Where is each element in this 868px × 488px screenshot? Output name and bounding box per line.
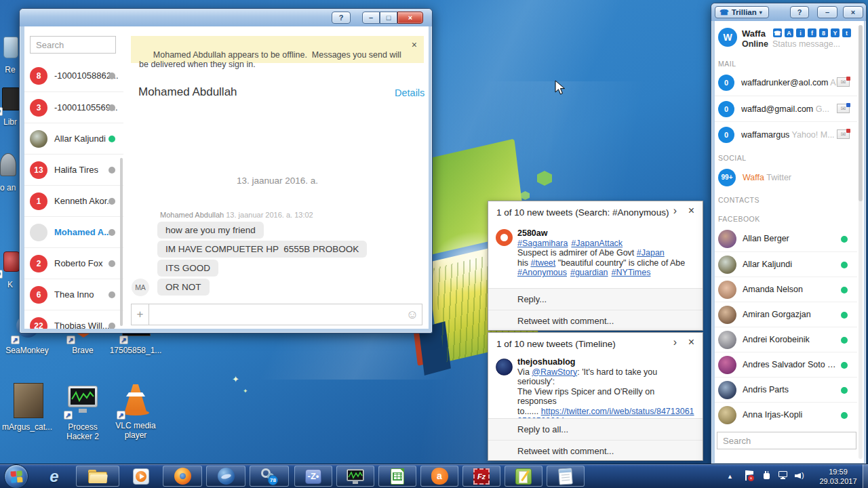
contact-search-input[interactable] [717,432,856,449]
unread-badge: 2 [30,255,47,272]
attach-button[interactable]: + [132,304,149,325]
desktop-icon-vlc[interactable]: ↗ VLC media player [108,383,163,440]
maximize-button[interactable]: □ [380,12,397,24]
twitter-icon[interactable]: t [842,28,851,37]
taskbar-trillian[interactable]: 78 [250,466,289,487]
scrollbar-thumb[interactable] [859,25,863,201]
icq-icon[interactable]: i [796,28,805,37]
desktop-icon-margus-cat[interactable]: mArgus_cat... [0,383,54,432]
facebook-contact-row[interactable]: Anna Irjas-Kopli [715,402,857,428]
contact-row[interactable]: 13 Halifa Tires [24,154,123,185]
user-status[interactable]: Online [742,39,768,49]
yahoo-icon[interactable]: Y [831,28,840,37]
close-button[interactable]: × [397,12,423,24]
retweet-action[interactable]: Retweet with comment... [488,440,703,462]
help-button[interactable]: ? [790,6,809,18]
minimize-button[interactable]: – [362,12,380,24]
banner-close-icon[interactable]: × [412,40,417,49]
action-center-icon[interactable]: × [745,470,754,481]
contact-row[interactable]: 22 Thobias Will... [24,310,123,329]
power-icon[interactable] [762,471,772,481]
reply-action[interactable]: Reply... [488,289,703,310]
tweet-avatar [496,359,513,375]
mail-icon[interactable]: ✉ [837,77,850,87]
hashtag-link[interactable]: #Japan [637,248,665,258]
taskbar-internet-explorer[interactable]: e [39,466,69,487]
social-row-twitter[interactable]: 99+ Waffa Twitter [715,164,857,190]
contact-row[interactable]: 6 Thea Inno [24,279,123,310]
user-avatar[interactable]: W [718,28,737,47]
google-icon[interactable]: 8 [819,28,828,37]
message-input[interactable] [149,304,403,325]
trillian-scrollbar[interactable] [859,25,863,459]
url-link[interactable]: https://twitter.com/i/web/status/8471306… [541,407,694,416]
contact-row[interactable]: Allar Kaljundi [24,123,123,154]
retweet-action[interactable]: Retweet with comment... [488,310,703,331]
mail-icon[interactable]: ✉ [837,104,850,113]
taskbar-process-hacker[interactable] [336,466,374,487]
tray-clock[interactable]: 19:59 29.03.2017 [814,467,863,486]
hashtag-link[interactable]: #tweet [530,258,555,268]
trillian-service-icon[interactable]: ☎ [773,28,782,37]
facebook-contact-row[interactable]: Amanda Nelson [715,277,857,302]
tweet-username[interactable]: thejoshuablog [517,357,696,367]
contact-row-selected[interactable]: Mohamed A... [24,216,123,247]
close-icon[interactable]: × [688,205,694,217]
details-link[interactable]: Details [395,87,425,98]
hashtag-link[interactable]: #NYTimes [612,268,651,277]
volume-icon[interactable]: ) [795,470,806,481]
contact-row[interactable]: 1 Kenneth Akor... [24,185,123,216]
mail-row[interactable]: 0 waffamargus Yahoo! M... ✉ [715,121,857,147]
facebook-contact-row[interactable]: Allar Kaljundi [715,251,857,277]
taskbar-avast[interactable]: a [420,466,458,487]
next-tweet-icon[interactable]: › [673,336,677,348]
taskbar-notepad-plus-plus[interactable] [505,466,542,487]
hashtag-link[interactable]: #guardian [570,268,608,277]
hashtag-link[interactable]: #Anonymous [517,268,567,277]
taskbar-windows-explorer[interactable] [76,466,119,487]
status-message[interactable]: Status message... [772,39,840,49]
network-icon[interactable] [778,471,789,481]
taskbar-seamonkey[interactable] [206,466,245,487]
taskbar-notepad[interactable] [547,466,585,487]
taskbar-usb-tool[interactable]: -Z• [294,466,332,487]
close-icon[interactable]: × [688,336,694,348]
contact-list-scrollbar[interactable] [120,158,123,326]
mention-link[interactable]: @RawStory [532,367,577,377]
aim-icon[interactable]: A [785,28,793,37]
facebook-contact-row[interactable]: Andris Parts [715,377,857,403]
next-tweet-icon[interactable]: › [673,205,677,217]
hashtag-link[interactable]: #JapanAttack [571,239,623,248]
tweet-text: Via [517,367,532,377]
contact-row[interactable]: 2 Roberto Fox [24,247,123,279]
show-desktop-button[interactable] [863,464,868,488]
trillian-menu-button[interactable]: ☎ Trillian ▾ [715,6,769,18]
status-dot-online [841,362,848,369]
taskbar-media-player[interactable] [126,466,156,487]
mail-row[interactable]: 0 waffad@gmail.com G... ✉ [715,96,857,121]
facebook-contact-row[interactable]: Amiran Gorgazjan [715,302,857,327]
maximize-icon: □ [387,14,391,22]
close-button[interactable]: × [843,6,863,18]
facebook-contact-row[interactable]: Andrei Korobeinik [715,327,857,352]
minimize-button[interactable]: – [817,6,837,18]
search-input[interactable] [30,36,116,54]
taskbar-libreoffice-calc[interactable] [378,466,416,487]
help-button[interactable]: ? [332,12,351,24]
taskbar-firefox[interactable] [163,466,202,487]
facebook-icon[interactable]: f [808,28,816,37]
start-button[interactable] [4,464,28,488]
mail-row[interactable]: 0 waffadrunker@aol.com AI ✉ [715,70,857,96]
desktop-icon-process-hacker[interactable]: ↗ Process Hacker 2 [56,383,110,441]
contact-row[interactable]: 8 -10001058862... [24,60,123,92]
contact-row[interactable]: 3 -10001105569... [24,92,123,123]
facebook-contact-row[interactable]: Allan Berger [715,226,857,252]
facebook-contact-row[interactable]: Andres Salvador Soto M... [715,352,857,378]
reply-all-action[interactable]: Reply to all... [488,419,703,440]
tweet-username[interactable]: 2580aw [517,228,696,239]
taskbar-filezilla[interactable]: Fz [462,466,500,487]
mail-icon[interactable]: ✉ [837,129,850,139]
emoji-button[interactable]: ☺ [403,308,422,322]
hashtag-link[interactable]: #Sagamihara [517,239,568,248]
tray-show-hidden-icons[interactable]: ▲ [727,473,733,480]
